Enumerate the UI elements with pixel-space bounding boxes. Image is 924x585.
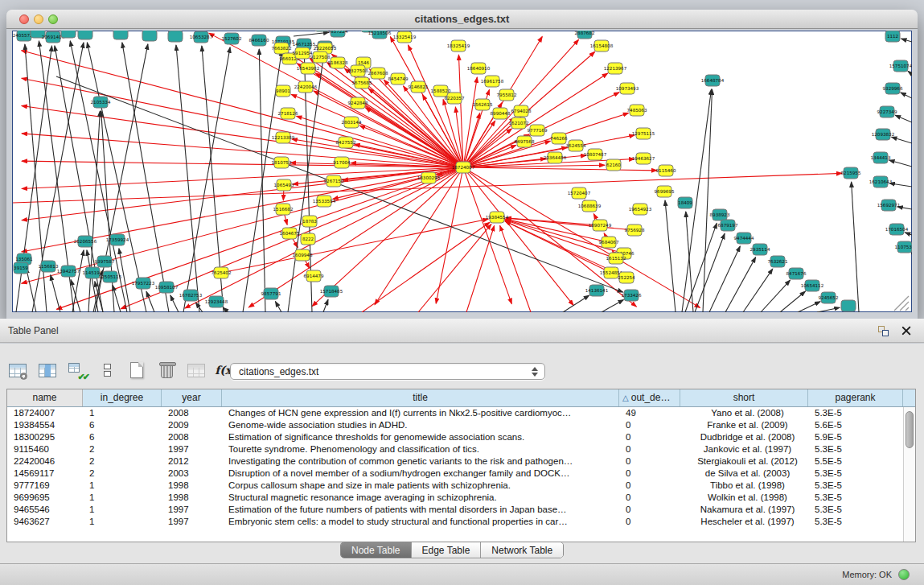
- graph-node[interactable]: 18783: [302, 216, 317, 227]
- column-header-short[interactable]: short: [680, 389, 808, 406]
- column-header-pagerank[interactable]: pagerank: [808, 389, 903, 406]
- graph-edge[interactable]: [709, 246, 740, 312]
- graph-node[interactable]: 8186328: [328, 57, 348, 68]
- graph-node[interactable]: 9146821: [409, 81, 429, 93]
- tab-edge-table[interactable]: Edge Table: [411, 542, 481, 558]
- graph-node[interactable]: 2718126: [278, 108, 298, 119]
- graph-edge[interactable]: [780, 291, 806, 312]
- graph-node[interactable]: 20364486: [544, 152, 567, 163]
- graph-edge[interactable]: [889, 160, 912, 167]
- table-selector-dropdown[interactable]: citations_edges.txt: [230, 363, 545, 380]
- graph-node[interactable]: 14136141: [585, 285, 609, 296]
- graph-edge[interactable]: [602, 299, 623, 312]
- graph-node[interactable]: 7632621: [768, 256, 788, 267]
- graph-edge[interactable]: [51, 275, 60, 312]
- graph-edge[interactable]: [466, 225, 495, 312]
- graph-node[interactable]: 12093832: [872, 129, 894, 140]
- graph-node[interactable]: 1344413: [871, 152, 891, 163]
- graph-edge[interactable]: [563, 295, 589, 312]
- window-resize-grip-icon[interactable]: [906, 307, 909, 311]
- graph-node[interactable]: 5675685: [352, 77, 372, 89]
- graph-node[interactable]: 2935114: [750, 244, 770, 255]
- close-panel-icon[interactable]: [901, 325, 911, 336]
- graph-node[interactable]: 10958107: [155, 282, 179, 293]
- rows-icon[interactable]: [97, 360, 117, 380]
- graph-node[interactable]: 8938923: [710, 209, 730, 220]
- graph-node[interactable]: 917004: [333, 157, 351, 168]
- graph-node[interactable]: 16154808: [590, 40, 614, 51]
- graph-node[interactable]: 1107533: [895, 241, 912, 253]
- graph-node[interactable]: 8990448: [491, 108, 511, 119]
- graph-node[interactable]: 1615132: [606, 253, 626, 264]
- column-header-year[interactable]: year: [162, 389, 222, 406]
- table-row[interactable]: 1872400712008Changes of HCN gene express…: [7, 407, 903, 419]
- graph-node[interactable]: 7625402: [211, 267, 232, 278]
- graph-node[interactable]: 9684067: [599, 237, 619, 248]
- graph-edge[interactable]: [22, 106, 463, 167]
- graph-node[interactable]: 8220357: [445, 93, 465, 104]
- graph-node[interactable]: 19654923: [629, 204, 652, 215]
- graph-edge[interactable]: [911, 253, 912, 253]
- graph-node[interactable]: 8471676: [786, 268, 807, 279]
- graph-node[interactable]: 13325419: [393, 31, 417, 43]
- graph-edge[interactable]: [500, 225, 531, 312]
- graph-edge[interactable]: [901, 93, 912, 98]
- graph-node[interactable]: 9245652: [819, 292, 839, 303]
- graph-node[interactable]: 3624554: [566, 140, 586, 151]
- graph-node[interactable]: 252254: [618, 272, 635, 283]
- table-row[interactable]: 977716911998Corpus callosum shape and si…: [7, 480, 903, 492]
- graph-node[interactable]: 15692971: [877, 200, 901, 211]
- graph-node[interactable]: 16210643: [869, 176, 893, 187]
- table-row[interactable]: 946362711997Embryonic stem cells: a mode…: [7, 516, 903, 528]
- graph-node[interactable]: 19463627: [632, 153, 655, 164]
- graph-node[interactable]: 1156813: [39, 261, 59, 272]
- graph-node[interactable]: [113, 31, 128, 39]
- graph-node[interactable]: 7857224: [328, 31, 348, 37]
- graph-edge[interactable]: [463, 167, 573, 305]
- graph-node[interactable]: 1112: [885, 31, 900, 42]
- table-vertical-scrollbar[interactable]: [903, 407, 915, 542]
- column-header-name[interactable]: name: [7, 389, 83, 406]
- graph-node[interactable]: 9474444: [734, 233, 754, 244]
- graph-node[interactable]: 9756928: [625, 225, 645, 236]
- graph-edge[interactable]: [463, 167, 657, 171]
- graph-node[interactable]: 2803144: [342, 117, 362, 128]
- graph-edge[interactable]: [889, 183, 912, 187]
- graph-node[interactable]: 9699695: [655, 186, 675, 197]
- graph-node[interactable]: 9857791: [261, 288, 281, 299]
- graph-node[interactable]: 7485063: [627, 105, 647, 116]
- graph-node[interactable]: 17016504: [885, 224, 909, 235]
- table-settings-icon[interactable]: [8, 360, 27, 380]
- graph-node[interactable]: 1065493: [274, 179, 294, 191]
- graph-node[interactable]: 18640910: [467, 63, 491, 74]
- graph-node[interactable]: 9327508: [348, 65, 368, 76]
- graph-edge[interactable]: [209, 33, 463, 167]
- network-view-window[interactable]: citations_edges.txt 24055724206914061065…: [6, 10, 918, 319]
- table-row[interactable]: 946554611997Estimation of the future num…: [7, 504, 903, 516]
- table-column-icon[interactable]: [38, 360, 57, 380]
- graph-node[interactable]: [142, 31, 157, 41]
- graph-edge[interactable]: [176, 45, 199, 312]
- graph-edge[interactable]: [275, 302, 281, 312]
- column-header-in_degree[interactable]: in_degree: [83, 389, 162, 406]
- graph-edge[interactable]: [817, 307, 840, 312]
- graph-edge[interactable]: [294, 32, 329, 36]
- graph-node[interactable]: 10654112: [801, 280, 823, 291]
- tab-node-table[interactable]: Node Table: [341, 542, 411, 558]
- graph-edge[interactable]: [725, 257, 756, 312]
- table-row[interactable]: 2242004622012Investigating the contribut…: [7, 455, 903, 468]
- graph-node[interactable]: 1810753: [272, 157, 292, 168]
- graph-node[interactable]: 15720407: [568, 187, 591, 199]
- graph-node[interactable]: 1527602: [222, 33, 242, 44]
- graph-node[interactable]: 7955812: [497, 89, 517, 101]
- graph-edge[interactable]: [22, 167, 463, 283]
- graph-edge[interactable]: [895, 115, 912, 122]
- graph-node[interactable]: 12975115: [632, 128, 655, 139]
- graph-node[interactable]: 1604675: [280, 228, 300, 239]
- graph-edge[interactable]: [852, 182, 859, 312]
- column-header-title[interactable]: title: [222, 389, 619, 406]
- graph-node[interactable]: 16543982: [297, 63, 319, 74]
- table-row[interactable]: 911546021997Tourette syndrome. Phenomeno…: [7, 443, 903, 455]
- graph-node[interactable]: 18325419: [447, 40, 470, 51]
- graph-node[interactable]: 15218506: [368, 31, 392, 39]
